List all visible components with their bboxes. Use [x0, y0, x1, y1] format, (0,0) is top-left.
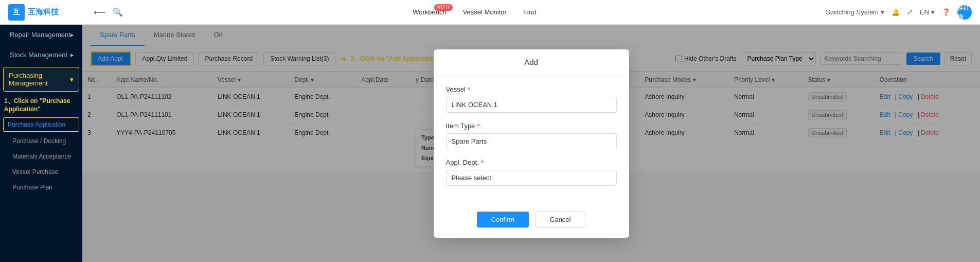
chevron-down-icon: ▾	[931, 8, 935, 16]
notification-icon[interactable]: 🔔	[892, 8, 900, 16]
chevron-right-icon: ▸	[70, 51, 74, 59]
required-star: *	[468, 85, 470, 94]
modal-title: Add	[434, 49, 629, 75]
annotation-1: 1、Click on "Purchase Application"	[0, 94, 82, 116]
workbench-badge: 20316	[434, 4, 453, 11]
sidebar-sub-purchase-application[interactable]: Purchase Application	[3, 117, 79, 132]
cancel-button[interactable]: Cancel	[535, 212, 585, 228]
sidebar-sub-label: Vessel Purchase	[12, 168, 58, 176]
sidebar-sub-purchase-docking[interactable]: Purchase / Docking	[0, 133, 82, 149]
help-icon[interactable]: ❓	[942, 8, 950, 16]
vessel-select[interactable]: LINK OCEAN 1	[446, 97, 617, 113]
sidebar: Repair Management ▸ Stock Management ▸ P…	[0, 25, 82, 262]
top-nav-icons: ⟵ 🔍	[94, 7, 123, 17]
vessel-field: Vessel * LINK OCEAN 1	[446, 85, 617, 113]
content-area: Spare Parts Marine Stores Oil Add Appl. …	[82, 25, 980, 262]
main-layout: Repair Management ▸ Stock Management ▸ P…	[0, 25, 980, 262]
vessel-label: Vessel *	[446, 85, 617, 94]
top-nav: 互 互海科技 ⟵ 🔍 Workbench 20316 Vessel Monito…	[0, 0, 980, 25]
required-star: *	[477, 122, 479, 130]
sidebar-sub-materials[interactable]: Materials Acceptance	[0, 149, 82, 164]
sidebar-sub-label: Purchase Plan	[12, 184, 52, 191]
sidebar-sub-vessel-purchase[interactable]: Vessel Purchase	[0, 164, 82, 180]
top-nav-center: Workbench 20316 Vessel Monitor Find	[123, 8, 826, 16]
item-type-field: Item Type * Spare Parts Marine Stores Oi…	[446, 122, 617, 149]
required-star: *	[481, 159, 484, 167]
logo-area: 互 互海科技	[8, 4, 85, 21]
item-type-label: Item Type *	[446, 122, 617, 130]
sidebar-sub-label: Purchase / Docking	[12, 137, 66, 145]
sidebar-sub-purchase-plan[interactable]: Purchase Plan	[0, 180, 82, 195]
sidebar-item-repair[interactable]: Repair Management ▸	[0, 25, 82, 45]
logo-text: 互海科技	[28, 7, 59, 17]
switching-system-btn[interactable]: Switching System ▾	[826, 8, 884, 16]
search-icon[interactable]: 🔍	[113, 7, 123, 17]
expand-icon[interactable]: ⤢	[907, 8, 913, 16]
vessel-monitor-link[interactable]: Vessel Monitor	[463, 8, 507, 16]
sidebar-sub-label: Materials Acceptance	[12, 153, 71, 160]
sidebar-item-stock[interactable]: Stock Management ▸	[0, 45, 82, 65]
modal-overlay: Add Vessel * LINK OCEAN 1	[82, 25, 980, 262]
workbench-link[interactable]: Workbench 20316	[413, 8, 447, 16]
modal-body: Vessel * LINK OCEAN 1 Item Type *	[434, 75, 629, 205]
top-nav-right: Switching System ▾ 🔔 ⤢ EN ▾ ❓ 换红梅	[826, 5, 972, 20]
sidebar-item-label: Stock Management	[10, 51, 67, 59]
back-icon[interactable]: ⟵	[94, 7, 105, 17]
appl-dept-field: Appl. Dept. * Please select Engine Dept.…	[446, 159, 617, 186]
appl-dept-select[interactable]: Please select Engine Dept. Deck Dept. Ca…	[446, 170, 617, 186]
chevron-right-icon: ▸	[70, 31, 74, 39]
item-type-select[interactable]: Spare Parts Marine Stores Oil	[446, 133, 617, 149]
chevron-down-icon: ▾	[70, 76, 74, 83]
add-modal: Add Vessel * LINK OCEAN 1	[434, 49, 629, 238]
sidebar-sub-label: Purchase Application	[8, 121, 65, 128]
logo-icon: 互	[8, 4, 25, 21]
sidebar-item-label: Purchasing Management	[9, 72, 70, 87]
confirm-button[interactable]: Confirm	[477, 212, 529, 228]
modal-footer: Confirm Cancel	[434, 205, 629, 238]
find-link[interactable]: Find	[523, 8, 536, 16]
chevron-down-icon: ▾	[881, 8, 884, 16]
avatar[interactable]: 换红梅	[957, 5, 972, 20]
appl-dept-label: Appl. Dept. *	[446, 159, 617, 167]
sidebar-item-label: Repair Management	[10, 31, 70, 39]
sidebar-item-purchasing[interactable]: Purchasing Management ▾	[3, 67, 79, 92]
language-selector[interactable]: EN ▾	[920, 8, 935, 16]
